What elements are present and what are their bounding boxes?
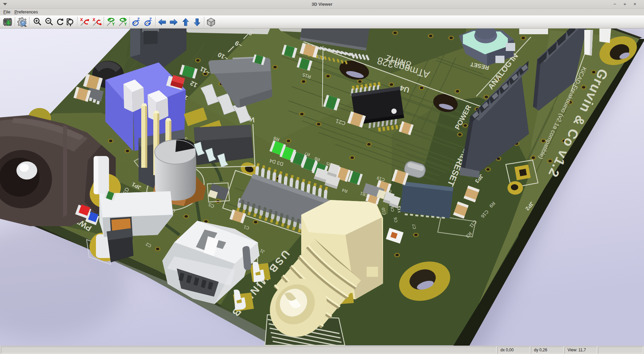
svg-text:X: X [93,17,95,22]
svg-text:Y: Y [124,22,127,27]
svg-text:Z: Z [149,17,152,22]
svg-text:C6: C6 [393,217,398,223]
svg-text:Y: Y [112,22,115,27]
svg-text:Z: Z [137,17,140,22]
svg-text:C7: C7 [411,223,417,230]
svg-text:X: X [80,17,83,22]
